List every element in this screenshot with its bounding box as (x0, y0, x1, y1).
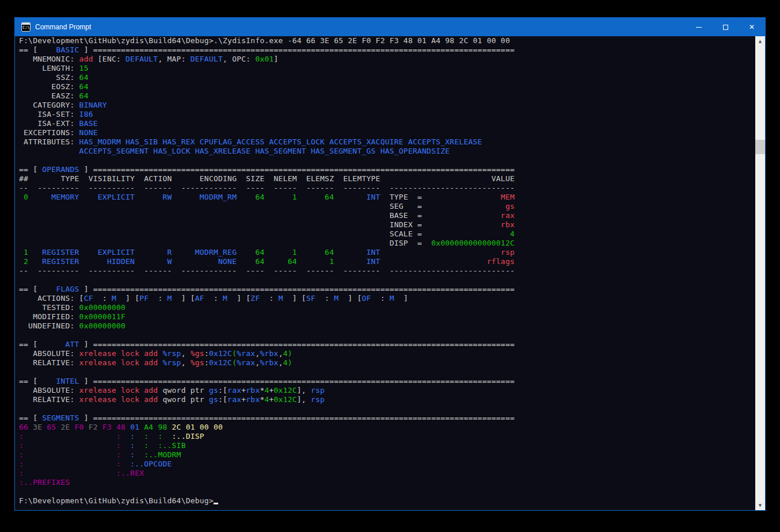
close-button[interactable]: ✕ (739, 18, 765, 36)
console-line: DISP = 0x000000000000012C (19, 239, 755, 248)
console-line: == [ INTEL ] ===========================… (19, 377, 755, 386)
scroll-down-button[interactable]: ▼ (755, 500, 765, 510)
scrollbar[interactable]: ▲ ▼ (755, 36, 765, 510)
scrollbar-thumb[interactable] (755, 140, 765, 154)
console-line (19, 156, 755, 165)
console-line: : :..REX (19, 469, 755, 478)
console-line: :..PREFIXES (19, 478, 755, 487)
console-line: CATEGORY: BINARY (19, 101, 755, 110)
window-title: Command Prompt (35, 23, 91, 31)
console-line: LENGTH: 15 (19, 64, 755, 73)
console-line: MNEMONIC: add [ENC: DEFAULT, MAP: DEFAUL… (19, 55, 755, 64)
console-line: TESTED: 0x00000000 (19, 303, 755, 312)
console-line: -- --------- ---------- ------ ---------… (19, 183, 755, 193)
console-line: F:\Development\GitHub\zydis\Build64\Debu… (19, 36, 755, 45)
console-line: SEG = gs (19, 202, 755, 211)
scroll-up-button[interactable]: ▲ (755, 36, 765, 46)
console-line: == [ BASIC ] ===========================… (19, 45, 755, 55)
console-line: == [ FLAGS ] ===========================… (19, 285, 755, 294)
console-line: 2 REGISTER HIDDEN W NONE 64 64 1 INT rfl… (19, 257, 755, 266)
cmd-icon-strip (22, 23, 30, 25)
console-line: ATTRIBUTES: HAS_MODRM HAS_SIB HAS_REX CP… (19, 137, 755, 147)
console-line (19, 487, 755, 496)
console-line: MODIFIED: 0x0000011F (19, 312, 755, 322)
console-line: == [ SEGMENTS ] ========================… (19, 414, 755, 423)
scroll-up-icon: ▲ (759, 39, 762, 44)
console-line (19, 404, 755, 414)
console-line: -- --------- ---------- ------ ---------… (19, 266, 755, 275)
console-line: EASZ: 64 (19, 91, 755, 101)
desktop: { "window": { "title": "Command Prompt",… (0, 0, 780, 532)
minimize-button[interactable] (686, 18, 712, 36)
console-line: EOSZ: 64 (19, 82, 755, 91)
console-line: : : : :..MODRM (19, 450, 755, 460)
console-line: RELATIVE: xrelease lock add qword ptr gs… (19, 395, 755, 404)
console-line: RELATIVE: xrelease lock add %rsp, %gs:0x… (19, 358, 755, 368)
console-line: == [ OPERANDS ] ========================… (19, 165, 755, 174)
console-line (19, 368, 755, 377)
console-line: ISA-EXT: BASE (19, 119, 755, 128)
console-line: SSZ: 64 (19, 73, 755, 82)
console-line: : : : : : :..DISP (19, 432, 755, 441)
console-line: SCALE = 4 (19, 229, 755, 239)
console-line: 0 MEMORY EXPLICIT RW MODRM_RM 64 1 64 IN… (19, 193, 755, 202)
console-line: INDEX = rbx (19, 220, 755, 229)
console-line: UNDEFINED: 0x00000000 (19, 322, 755, 331)
scroll-down-icon: ▼ (759, 503, 762, 508)
maximize-icon (723, 25, 728, 30)
window-controls: ✕ (686, 18, 765, 36)
console-line: ABSOLUTE: xrelease lock add %rsp, %gs:0x… (19, 349, 755, 358)
console-line: ACCEPTS_SEGMENT HAS_LOCK HAS_XRELEASE HA… (19, 147, 755, 156)
text-cursor (214, 503, 218, 504)
console-line: F:\Development\GitHub\zydis\Build64\Debu… (19, 496, 755, 506)
console-line: ISA-SET: I86 (19, 110, 755, 119)
console-line: : : :..OPCODE (19, 460, 755, 469)
maximize-button[interactable] (712, 18, 739, 36)
console-line (19, 331, 755, 340)
console-line: BASE = rax (19, 211, 755, 220)
console-line: ## TYPE VISIBILITY ACTION ENCODING SIZE … (19, 174, 755, 183)
cmd-icon: C:\ (21, 22, 31, 32)
console-line: 1 REGISTER EXPLICIT R MODRM_REG 64 1 64 … (19, 248, 755, 257)
console-line: : : : : :..SIB (19, 441, 755, 450)
console-line: ACTIONS: [CF : M ] [PF : M ] [AF : M ] [… (19, 294, 755, 303)
console-output: F:\Development\GitHub\zydis\Build64\Debu… (15, 36, 755, 510)
minimize-icon (696, 27, 702, 28)
console-line (19, 275, 755, 285)
cmd-icon-text: C:\ (22, 25, 30, 30)
console-line: EXCEPTIONS: NONE (19, 128, 755, 137)
command-prompt-window: C:\ Command Prompt ✕ F:\Development\GitH… (14, 17, 766, 511)
console-line: 66 3E 65 2E F0 F2 F3 48 01 A4 98 2C 01 0… (19, 423, 755, 432)
console-viewport[interactable]: F:\Development\GitHub\zydis\Build64\Debu… (15, 36, 765, 510)
console-line: ABSOLUTE: xrelease lock add qword ptr gs… (19, 386, 755, 395)
console-line: == [ ATT ] =============================… (19, 340, 755, 349)
title-bar[interactable]: C:\ Command Prompt ✕ (15, 18, 765, 36)
close-icon: ✕ (749, 24, 755, 30)
